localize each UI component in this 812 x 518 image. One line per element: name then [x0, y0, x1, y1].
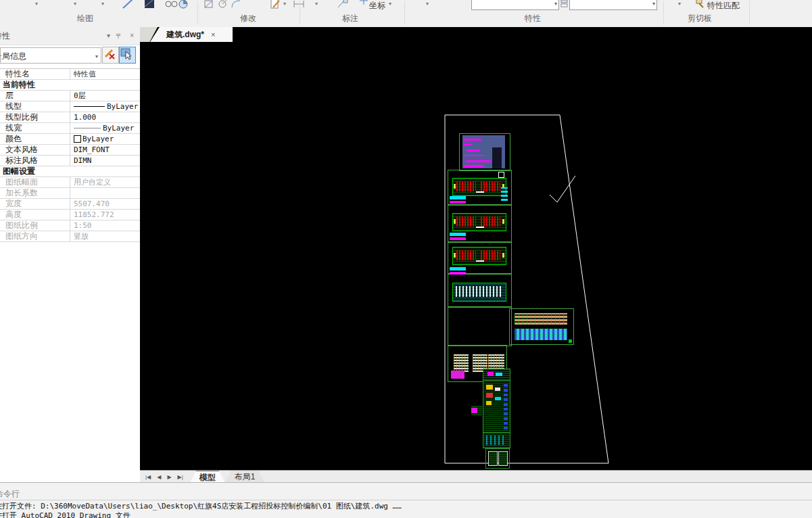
property-row[interactable]: 当前特性	[0, 80, 140, 91]
linetype-combobox[interactable]: ▾	[569, 0, 657, 10]
chevron-down-icon[interactable]: ▾	[678, 1, 681, 7]
tab-model[interactable]: 模型	[190, 471, 225, 483]
document-tab[interactable]: 建筑.dwg* ×	[150, 27, 233, 42]
divider	[0, 500, 812, 500]
properties-grid: 特性名 特性值 当前特性 层 0层 线型 ByLayer 线型比例 1.000 …	[0, 68, 140, 242]
group-separator	[404, 1, 405, 24]
document-tabbar: 建筑.dwg* ×	[140, 27, 812, 42]
property-row[interactable]: 标注风格 DIMN	[0, 156, 140, 166]
chevron-down-icon[interactable]: ▾	[74, 1, 76, 7]
properties-panel: 特性 ▾ 〒 × 全局信息 ▾ 特性名 特性值 当前特性	[0, 27, 141, 483]
chevron-down-icon[interactable]: ▾	[101, 1, 104, 7]
property-row[interactable]: 文本风格 DIM_FONT	[0, 145, 140, 156]
chevron-down-icon[interactable]: ▾	[107, 32, 110, 39]
match-properties-icon[interactable]	[695, 0, 707, 10]
floor-plan	[452, 247, 506, 265]
group-separator	[197, 1, 198, 24]
detail-box	[498, 451, 508, 466]
legend-magenta-block	[451, 371, 464, 379]
chevron-down-icon[interactable]: ▾	[389, 1, 391, 7]
detail-box	[488, 451, 498, 466]
nav-first-icon[interactable]: |◀	[145, 474, 151, 480]
layer-combobox[interactable]: ▾	[471, 0, 559, 10]
property-row[interactable]: 图纸方向 竖放	[0, 231, 140, 242]
drawing-frame	[448, 241, 512, 275]
property-row[interactable]: 宽度 5507.470	[0, 199, 140, 210]
detail-drawing	[483, 432, 510, 448]
hatch-tool-icon[interactable]	[143, 0, 156, 9]
property-row[interactable]: 图纸比例 1:50	[0, 220, 140, 231]
property-row[interactable]: 高度 11852.772	[0, 210, 140, 220]
chevron-down-icon[interactable]: ▾	[554, 1, 557, 7]
chevron-down-icon[interactable]: ▾	[652, 1, 655, 7]
floor-plan	[452, 178, 506, 196]
coordinate-button[interactable]: 坐标	[369, 0, 385, 11]
ribbon: ▾ ▾ ▾ ▾ ▾	[0, 0, 812, 28]
detail-drawing	[471, 405, 482, 415]
tab-layout1[interactable]: 布局1	[225, 471, 265, 483]
nav-last-icon[interactable]: ▶|	[178, 474, 183, 480]
edit-text-icon[interactable]	[269, 0, 281, 9]
panel-title: 特性	[0, 30, 10, 42]
donut-tool-icon[interactable]	[164, 0, 176, 9]
group-separator	[300, 1, 300, 24]
nav-next-icon[interactable]: ▶	[167, 474, 171, 480]
match-properties-button[interactable]: 特性匹配	[707, 0, 740, 11]
edit-properties-button[interactable]	[102, 47, 119, 64]
scope-combobox-value: 全局信息	[0, 51, 26, 62]
chevron-down-icon[interactable]: ▾	[315, 1, 318, 7]
command-history-line: 在打开 AutoCAD 2010 Drawing 文件	[0, 511, 130, 518]
chevron-down-icon[interactable]: ▾	[426, 1, 429, 7]
move-tool-icon[interactable]	[203, 0, 215, 9]
ribbon-group-clipboard: 剪切板	[688, 13, 712, 24]
close-icon[interactable]: ×	[211, 30, 215, 39]
close-icon[interactable]: ×	[130, 32, 134, 39]
title-block-mark	[569, 339, 572, 343]
chevron-down-icon[interactable]: ▾	[95, 53, 98, 60]
property-row[interactable]: 图纸幅面 用户自定义	[0, 177, 140, 188]
property-row[interactable]: 层 0层	[0, 91, 140, 101]
property-row[interactable]: 线宽 ByLayer	[0, 123, 140, 134]
group-separator	[749, 1, 750, 24]
line-tool-icon[interactable]	[122, 0, 134, 9]
linetype-sample	[74, 106, 105, 107]
drawing-frame	[448, 170, 512, 206]
drawing-frame	[485, 448, 510, 469]
command-window[interactable]: 命令行 在打开文件: D:\360MoveData\Users\liao_\De…	[0, 482, 812, 518]
property-row[interactable]: 颜色 ByLayer	[0, 134, 140, 145]
ribbon-group-modify: 修改	[240, 13, 256, 24]
ribbon-group-draw: 绘图	[77, 13, 93, 24]
detail-drawing	[483, 369, 510, 381]
legend-blocks	[501, 187, 508, 201]
scope-combobox[interactable]: 全局信息 ▾	[0, 47, 101, 64]
building-section	[454, 354, 469, 372]
drawing-canvas[interactable]	[140, 42, 812, 470]
fillet-tool-icon[interactable]	[230, 0, 242, 9]
nav-prev-icon[interactable]: ◀	[157, 474, 161, 480]
dimension-tool-icon[interactable]	[293, 0, 305, 9]
drawing-frame	[448, 306, 512, 346]
properties-panel-titlebar: 特性 ▾ 〒 ×	[0, 27, 140, 45]
detail-drawing	[483, 380, 510, 433]
building-elevation	[515, 313, 567, 325]
drawing-table-block	[462, 135, 505, 168]
chevron-down-icon[interactable]: ▾	[35, 1, 38, 7]
property-row[interactable]: 加长系数	[0, 188, 140, 199]
property-row[interactable]: 线型比例 1.000	[0, 112, 140, 123]
pin-icon[interactable]: 〒	[116, 32, 122, 41]
scale-bars	[450, 233, 467, 240]
color-swatch	[74, 135, 81, 143]
rotate-tool-icon[interactable]	[216, 0, 229, 9]
region-tool-icon[interactable]	[177, 0, 189, 9]
building-elevation	[515, 329, 567, 340]
lineweight-sample	[74, 128, 101, 128]
document-tab-title: 建筑.dwg*	[166, 29, 204, 41]
property-row[interactable]: 图幅设置	[0, 166, 140, 177]
layout-tab-strip: |◀ ◀ ▶ ▶| 模型 布局1	[140, 470, 812, 483]
roof-plan	[452, 283, 506, 302]
property-row[interactable]: 线型 ByLayer	[0, 101, 140, 112]
leader-tool-icon[interactable]	[337, 0, 349, 9]
group-separator	[663, 1, 664, 24]
select-objects-button[interactable]	[119, 47, 136, 64]
chevron-down-icon[interactable]: ▾	[283, 1, 286, 7]
